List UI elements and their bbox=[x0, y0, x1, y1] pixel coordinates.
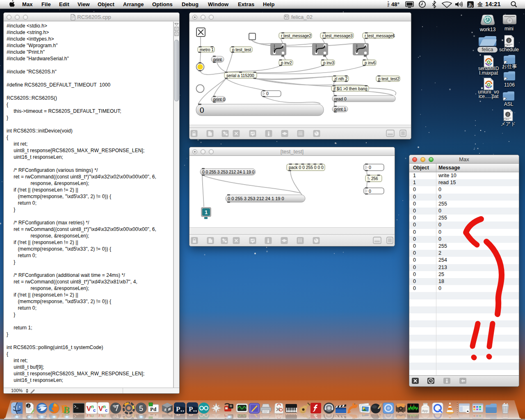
svg-text:B: B bbox=[63, 404, 70, 414]
svg-text:P: P bbox=[176, 405, 180, 413]
svg-text:print 0: print 0 bbox=[213, 97, 225, 102]
svg-text:metro 1: metro 1 bbox=[200, 48, 214, 52]
svg-text:serial a 115200: serial a 115200 bbox=[226, 73, 254, 78]
svg-text:5: 5 bbox=[139, 404, 143, 413]
svg-text:p inv2: p inv2 bbox=[281, 61, 292, 65]
svg-text:0: 0 bbox=[266, 91, 269, 96]
svg-text:App: App bbox=[422, 409, 428, 413]
svg-text:0: 0 bbox=[369, 165, 371, 170]
svg-text:0 0 255 3 253 212 24 1 19 0: 0 0 255 3 253 212 24 1 19 0 bbox=[202, 170, 255, 174]
svg-text:pack 0 0 255 0 0 0: pack 0 0 255 0 0 0 bbox=[289, 165, 324, 170]
svg-text:J: J bbox=[27, 404, 30, 408]
svg-text:p test_test2: p test_test2 bbox=[378, 77, 399, 81]
svg-text:c: c bbox=[93, 414, 96, 415]
svg-text:1: 1 bbox=[205, 209, 208, 215]
svg-text:r test_message2: r test_message2 bbox=[281, 34, 311, 38]
svg-text:P: P bbox=[189, 405, 193, 413]
svg-text:c: c bbox=[105, 414, 107, 415]
svg-text:0 0 255 3 253 212 24 1 19 0: 0 0 255 3 253 212 24 1 19 0 bbox=[228, 196, 284, 201]
svg-text:p inv6: p inv6 bbox=[365, 61, 376, 65]
svg-text:p inv3: p inv3 bbox=[323, 61, 334, 65]
svg-text:!- 256: !- 256 bbox=[368, 176, 378, 181]
svg-text:read 0: read 0 bbox=[334, 96, 347, 101]
svg-text:r test_message6: r test_message6 bbox=[365, 34, 395, 38]
svg-text:c: c bbox=[93, 408, 96, 413]
svg-text:0: 0 bbox=[369, 189, 371, 194]
svg-text:c: c bbox=[105, 408, 107, 413]
svg-text:0: 0 bbox=[200, 106, 204, 114]
svg-text:if $i1 >0 then bang: if $i1 >0 then bang bbox=[333, 87, 368, 91]
svg-text:Pd: Pd bbox=[150, 406, 157, 412]
svg-text:print: print bbox=[213, 57, 222, 62]
svg-text:p test_test: p test_test bbox=[232, 48, 251, 52]
svg-text:r test_message3: r test_message3 bbox=[322, 34, 353, 38]
svg-text:print 1: print 1 bbox=[334, 107, 346, 112]
svg-text:Pd: Pd bbox=[150, 414, 157, 417]
svg-text:P: P bbox=[189, 414, 193, 418]
svg-text:zl nth 2: zl nth 2 bbox=[334, 77, 348, 81]
svg-text:P: P bbox=[176, 414, 180, 418]
svg-text:あ: あ bbox=[468, 2, 473, 8]
